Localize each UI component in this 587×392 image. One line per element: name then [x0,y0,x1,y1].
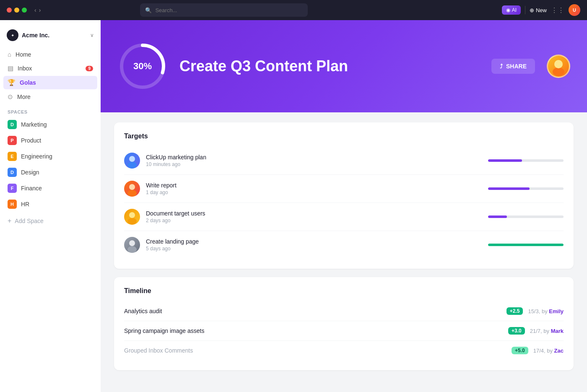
sidebar-item-engineering[interactable]: E Engineering [3,149,97,164]
target-time: 5 days ago [146,246,482,252]
progress-circle: 30% [117,41,168,91]
sidebar-item-product[interactable]: P Product [3,133,97,148]
hero-avatar [547,55,570,78]
target-name: Create landing page [146,238,482,245]
sidebar-item-more[interactable]: ⊙ More [3,90,97,104]
hero-banner: 30% Create Q3 Content Plan ⤴ SHARE [101,20,587,112]
grid-icon[interactable]: ⋮⋮ [551,6,564,14]
space-label: Engineering [21,153,52,160]
marketing-badge: D [8,120,17,129]
targets-card: Targets ClickUp marketing plan 10 minute… [114,122,574,269]
home-icon: ⌂ [8,51,11,58]
progress-bar-fill [488,187,530,190]
add-space-button[interactable]: + Add Space [3,214,97,228]
sidebar-item-hr[interactable]: H HR [3,197,97,212]
svg-point-12 [127,246,137,253]
sidebar-item-label: Golas [20,79,36,86]
svg-point-10 [127,218,137,225]
svg-point-7 [129,184,135,190]
divider [525,6,525,14]
target-time: 10 minutes ago [146,161,482,167]
timeline-by: by [543,328,549,334]
window-controls [7,8,27,13]
plus-icon: ⊕ [530,7,534,13]
target-info: Create landing page 5 days ago [146,238,482,252]
timeline-item-name: Grouped Inbox Comments [124,347,506,354]
ai-label: AI [512,7,517,13]
progress-bar-track [488,215,564,218]
nav-arrows: ‹ › [34,7,41,13]
timeline-meta: 17/4, by Zac [533,348,564,354]
svg-point-3 [553,67,564,76]
close-dot[interactable] [7,8,12,13]
svg-point-9 [129,212,135,218]
timeline-badge: +5.0 [512,347,528,354]
sidebar-item-label: More [17,93,31,100]
sidebar-item-finance[interactable]: F Finance [3,181,97,196]
timeline-badge: +3.0 [508,327,525,335]
workspace-name: Acme Inc. [22,32,87,39]
product-badge: P [8,136,17,145]
progress-bar-track [488,187,564,190]
timeline-user: Mark [551,328,564,334]
space-label: Marketing [21,121,47,128]
main-content: 30% Create Q3 Content Plan ⤴ SHARE Targe… [101,20,587,392]
content-area: Targets ClickUp marketing plan 10 minute… [101,112,587,380]
ai-button[interactable]: ◉ AI [502,5,521,15]
sidebar: ✦ Acme Inc. ∨ ⌂ Home ▤ Inbox 9 🏆 Golas ⊙… [0,20,101,392]
progress-bar-container [488,244,564,246]
target-time: 2 days ago [146,218,482,223]
new-button[interactable]: ⊕ New [530,7,547,13]
svg-point-5 [129,156,135,162]
timeline-item: Spring campaign image assets +3.0 21/7, … [124,321,564,341]
progress-bar-container [488,215,564,218]
progress-bar-track [488,159,564,162]
app-layout: ✦ Acme Inc. ∨ ⌂ Home ▤ Inbox 9 🏆 Golas ⊙… [0,20,587,392]
target-avatar [124,153,140,169]
svg-point-8 [127,190,137,197]
workspace-header[interactable]: ✦ Acme Inc. ∨ [3,27,97,44]
hr-badge: H [8,200,17,209]
progress-bar-container [488,159,564,162]
target-item: Create landing page 5 days ago [124,231,564,259]
target-item: ClickUp marketing plan 10 minutes ago [124,147,564,175]
sidebar-item-home[interactable]: ⌂ Home [3,48,97,61]
maximize-dot[interactable] [22,8,27,13]
timeline-user: Emily [549,308,564,314]
target-avatar [124,181,140,197]
sidebar-item-label: Home [16,51,31,58]
search-icon: 🔍 [145,7,152,13]
minimize-dot[interactable] [14,8,19,13]
target-info: Document target users 2 days ago [146,210,482,223]
user-avatar[interactable]: U [569,4,580,16]
space-label: Design [21,169,39,176]
timeline-title: Timeline [124,287,564,295]
target-avatar [124,209,140,225]
search-input[interactable] [155,7,303,13]
sidebar-item-marketing[interactable]: D Marketing [3,117,97,132]
search-bar[interactable]: 🔍 [140,3,308,17]
target-item: Write report 1 day ago [124,175,564,203]
target-item: Document target users 2 days ago [124,203,564,231]
space-label: HR [21,201,29,208]
target-info: ClickUp marketing plan 10 minutes ago [146,154,482,167]
timeline-meta: 21/7, by Mark [530,328,564,334]
finance-badge: F [8,184,17,193]
back-arrow[interactable]: ‹ [34,7,36,13]
progress-percent: 30% [133,61,152,72]
titlebar: ‹ › 🔍 ◉ AI ⊕ New ⋮⋮ U [0,0,587,20]
target-name: Document target users [146,210,482,217]
share-button[interactable]: ⤴ SHARE [491,59,535,74]
timeline-by: by [542,308,548,314]
sidebar-item-inbox[interactable]: ▤ Inbox 9 [3,62,97,75]
timeline-meta: 15/3, by Emily [528,308,564,314]
goal-title: Create Q3 Content Plan [179,57,480,75]
sidebar-item-design[interactable]: D Design [3,165,97,180]
forward-arrow[interactable]: › [39,7,41,13]
timeline-item-name: Spring campaign image assets [124,327,503,334]
timeline-item-name: Analytics audit [124,308,501,314]
space-label: Product [21,137,41,144]
more-icon: ⊙ [8,93,13,101]
sidebar-item-goals[interactable]: 🏆 Golas [3,76,97,89]
timeline-item: Analytics audit +2.5 15/3, by Emily [124,301,564,321]
